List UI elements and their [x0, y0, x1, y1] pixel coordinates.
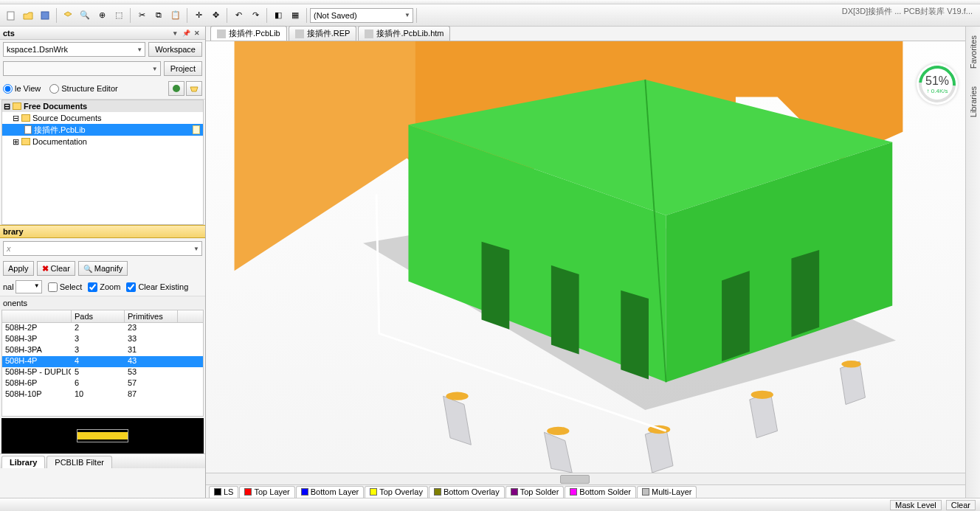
normal-combo[interactable]	[15, 280, 42, 293]
file-icon	[295, 29, 304, 38]
project-button[interactable]: Project	[164, 61, 202, 76]
tab-library[interactable]: Library	[1, 456, 45, 468]
left-panel: cts ▾ 📌 ✕ kspace1.DsnWrk Workspace Proje…	[0, 27, 206, 498]
zoom-fit-icon[interactable]: 🔍	[77, 7, 93, 24]
apply-button[interactable]: Apply	[3, 261, 34, 276]
save-icon[interactable]	[37, 7, 53, 24]
copy-icon[interactable]: ⧉	[151, 7, 167, 24]
redo-icon[interactable]: ↷	[247, 7, 263, 24]
svg-point-23	[751, 391, 773, 399]
zoom-checkbox[interactable]: Zoom	[88, 282, 120, 292]
panel-menu-icon[interactable]: ▾	[170, 28, 180, 38]
components-label: onents	[0, 296, 205, 310]
layer-color-swatch	[570, 488, 577, 496]
clear-button[interactable]: ✖Clear	[37, 261, 75, 276]
speed-badge: 51% ↑ 0.4K/s	[917, 63, 958, 105]
layer-tab[interactable]: Multi-Layer	[637, 486, 697, 498]
tab-pcblib-filter[interactable]: PCBLIB Filter	[46, 456, 112, 468]
components-table: Pads Primitives 508H-2P223508H-3P333508H…	[1, 310, 204, 417]
horizontal-scrollbar[interactable]	[206, 473, 980, 484]
mask-level-button[interactable]: Mask Level	[890, 500, 942, 510]
speed-rate: ↑ 0.4K/s	[927, 88, 948, 94]
workspace-combo[interactable]: kspace1.DsnWrk	[3, 42, 145, 57]
saved-combo[interactable]: (Not Saved)	[310, 8, 413, 23]
layer-tab[interactable]: Bottom Layer	[296, 486, 364, 498]
tree-file-pcblib[interactable]: 接插件.PcbLib	[2, 124, 203, 136]
panel-pin-icon[interactable]: 📌	[181, 28, 191, 38]
layer-tab[interactable]: Top Overlay	[365, 486, 428, 498]
table-row[interactable]: 508H-5P - DUPLIC.553	[2, 367, 203, 378]
scrollbar-thumb[interactable]	[560, 475, 590, 484]
table-row[interactable]: 508H-4P443	[2, 356, 203, 367]
clear-existing-checkbox[interactable]: Clear Existing	[126, 282, 188, 292]
doc-tab[interactable]: 接插件.REP	[289, 26, 357, 41]
mode-icon[interactable]: ◧	[270, 7, 286, 24]
layer-tab[interactable]: Bottom Solder	[565, 486, 636, 498]
paste-icon[interactable]: 📋	[168, 7, 184, 24]
crosshair-tool[interactable]: ✛	[190, 7, 207, 24]
3d-viewport[interactable]: 51% ↑ 0.4K/s	[206, 41, 980, 473]
svg-point-24	[841, 361, 860, 367]
doc-tab[interactable]: 接插件.PcbLib	[210, 26, 287, 41]
footprint-graphic	[77, 429, 128, 442]
svg-marker-9	[482, 242, 510, 330]
svg-marker-12	[722, 271, 750, 361]
table-row[interactable]: 508H-3P333	[2, 334, 203, 345]
tree-source-docs[interactable]: ⊟Source Documents	[2, 112, 203, 124]
magnify-icon: 🔍	[83, 265, 92, 273]
layer-tab[interactable]: Bottom Overlay	[429, 486, 505, 498]
table-row[interactable]	[2, 400, 203, 411]
table-row[interactable]: 508H-6P657	[2, 378, 203, 389]
select-checkbox[interactable]: Select	[48, 282, 83, 292]
pcb-icon	[24, 125, 32, 134]
col-name[interactable]	[2, 310, 72, 322]
col-pads[interactable]: Pads	[72, 310, 125, 322]
doc-tab[interactable]: 接插件.PcbLib.htm	[358, 26, 450, 41]
layer-tab[interactable]: Top Layer	[239, 486, 294, 498]
table-row[interactable]: 508H-2P223	[2, 323, 203, 334]
3d-model	[206, 41, 980, 473]
undo-icon[interactable]: ↶	[230, 7, 246, 24]
layer-color-swatch	[244, 488, 252, 496]
components-table-head[interactable]: Pads Primitives	[2, 310, 203, 323]
svg-marker-16	[544, 432, 572, 473]
project-options-icon[interactable]	[186, 81, 202, 96]
mask-combo[interactable]: x	[3, 241, 202, 256]
panel-close-icon[interactable]: ✕	[192, 28, 202, 38]
workspace-combo-value: kspace1.DsnWrk	[7, 45, 68, 54]
new-icon[interactable]	[3, 7, 19, 24]
zoom-in-icon[interactable]: ⊕	[94, 7, 110, 24]
clear-mask-button[interactable]: Clear	[946, 500, 976, 510]
grid-icon[interactable]: ▦	[287, 7, 303, 24]
window-title-suffix: DX[3D]接插件 ... PCB封装库 V19.f...	[842, 6, 973, 17]
cut-icon[interactable]: ✂	[134, 7, 150, 24]
side-tab-favorites[interactable]: Favorites	[967, 31, 979, 73]
tree-root[interactable]: ⊟Free Documents	[2, 100, 203, 112]
zoom-region-icon[interactable]: ⬚	[111, 7, 127, 24]
side-tab-libraries[interactable]: Libraries	[967, 82, 979, 122]
layer-tab[interactable]: LS	[209, 486, 238, 498]
structure-editor-radio[interactable]: Structure Editor	[49, 84, 117, 94]
layer-tab[interactable]: Top Solder	[505, 486, 565, 498]
table-row[interactable]: 508H-3PA331	[2, 345, 203, 356]
move-tool[interactable]: ✥	[207, 7, 224, 24]
tree-documentation[interactable]: ⊞Documentation	[2, 136, 203, 147]
svg-marker-19	[840, 361, 865, 404]
compile-icon[interactable]	[168, 81, 184, 96]
svg-marker-10	[551, 265, 579, 355]
layer-color-swatch	[642, 488, 649, 496]
open-icon[interactable]	[20, 7, 36, 24]
magnify-button[interactable]: 🔍Magnify	[78, 261, 128, 276]
col-primitives[interactable]: Primitives	[125, 310, 178, 322]
workspace-button[interactable]: Workspace	[148, 42, 202, 57]
layers-icon[interactable]	[60, 7, 76, 24]
file-icon	[217, 29, 226, 38]
footprint-preview	[1, 418, 204, 453]
project-tree[interactable]: ⊟Free Documents ⊟Source Documents 接插件.Pc…	[1, 100, 204, 225]
table-row[interactable]: 508H-10P1087	[2, 389, 203, 400]
svg-marker-17	[645, 428, 673, 473]
svg-marker-15	[444, 396, 472, 445]
projects-panel-title: cts	[3, 29, 15, 38]
project-combo[interactable]	[3, 61, 161, 76]
file-view-radio[interactable]: le View	[3, 84, 41, 94]
